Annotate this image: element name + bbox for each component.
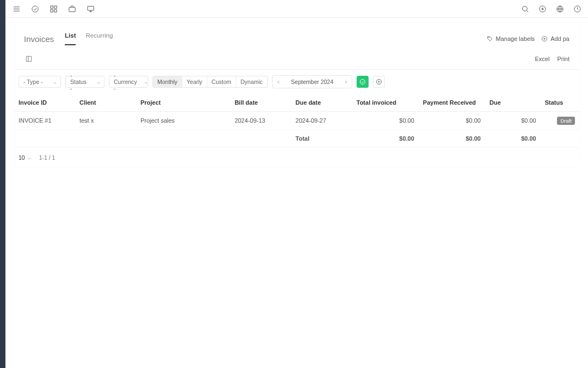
- page-title: Invoices: [24, 34, 54, 44]
- topbar-right: [520, 4, 581, 13]
- total-payment-received: $0.00: [419, 130, 485, 148]
- table-row[interactable]: INVOICE #1 test x Project sales 2024-09-…: [14, 112, 579, 130]
- svg-point-3: [32, 5, 38, 11]
- cell-client: test x: [75, 112, 136, 130]
- export-excel-button[interactable]: Excel: [535, 56, 549, 62]
- export-actions: Excel Print: [535, 56, 569, 62]
- columns-icon: [25, 55, 33, 63]
- col-due[interactable]: Due: [485, 94, 541, 112]
- cell-due-date: 2024-09-27: [291, 112, 352, 130]
- globe-icon[interactable]: [555, 4, 564, 13]
- svg-rect-6: [50, 9, 52, 11]
- table-total-row: Total $0.00 $0.00 $0.00: [14, 130, 579, 148]
- svg-line-13: [526, 10, 528, 12]
- col-due-date[interactable]: Due date: [291, 94, 352, 112]
- tag-icon: [487, 35, 493, 42]
- secondary-toolbar: Excel Print: [14, 49, 579, 70]
- chevron-down-icon: [144, 80, 148, 84]
- range-monthly[interactable]: Monthly: [153, 76, 182, 87]
- col-project[interactable]: Project: [136, 94, 230, 112]
- chevron-down-icon: [53, 80, 57, 84]
- svg-point-26: [360, 80, 365, 85]
- cell-total-invoiced: $0.00: [352, 112, 419, 130]
- total-label: Total: [291, 130, 352, 148]
- range-custom[interactable]: Custom: [207, 76, 236, 87]
- cell-payment-received: $0.00: [419, 112, 485, 130]
- period-prev-button[interactable]: [273, 76, 285, 88]
- menu-icon[interactable]: [12, 4, 21, 13]
- svg-point-20: [488, 37, 489, 38]
- page-size-select[interactable]: 10: [19, 154, 32, 161]
- filter-status[interactable]: - Status -: [65, 76, 105, 88]
- manage-labels-label: Manage labels: [496, 35, 535, 42]
- plus-circle-icon: [541, 35, 548, 42]
- total-invoiced: $0.00: [352, 130, 419, 148]
- period-next-button[interactable]: [340, 76, 352, 88]
- page-header: Invoices List Recurring Manage labels Ad…: [14, 25, 579, 45]
- chevron-left-icon: [276, 80, 281, 85]
- add-payment-label: Add pa: [550, 35, 569, 42]
- filter-type[interactable]: - Type -: [19, 76, 61, 88]
- col-client[interactable]: Client: [75, 94, 136, 112]
- filter-type-label: - Type -: [23, 79, 42, 85]
- grid-icon[interactable]: [49, 4, 58, 13]
- status-badge: Draft: [557, 117, 575, 125]
- manage-labels-button[interactable]: Manage labels: [487, 35, 535, 42]
- search-icon[interactable]: [520, 4, 529, 13]
- refresh-button[interactable]: [357, 76, 369, 88]
- tabs: List Recurring: [65, 32, 113, 45]
- col-total-invoiced[interactable]: Total invoiced: [352, 94, 419, 112]
- col-bill-date[interactable]: Bill date: [230, 94, 291, 112]
- panel: Invoices List Recurring Manage labels Ad…: [14, 25, 579, 167]
- filter-status-label: - Status -: [70, 72, 90, 92]
- export-print-button[interactable]: Print: [557, 56, 569, 62]
- svg-rect-24: [26, 56, 31, 61]
- table-header-row: Invoice ID Client Project Bill date Due …: [14, 94, 579, 112]
- svg-rect-8: [69, 7, 75, 11]
- pager: 10 1-1 / 1: [14, 148, 579, 167]
- add-circle-icon[interactable]: [538, 4, 547, 13]
- content: Invoices List Recurring Manage labels Ad…: [5, 25, 588, 167]
- filter-currency-label: - Currency -: [114, 72, 137, 92]
- filter-currency[interactable]: - Currency -: [109, 76, 148, 88]
- briefcase-icon[interactable]: [68, 4, 76, 13]
- history-icon[interactable]: [573, 4, 581, 13]
- svg-rect-4: [50, 5, 52, 8]
- main-area: Invoices List Recurring Manage labels Ad…: [5, 0, 588, 368]
- top-toolbar: [5, 0, 588, 18]
- page-size-value: 10: [19, 154, 25, 161]
- range-dynamic[interactable]: Dynamic: [236, 76, 267, 87]
- check-circle-icon[interactable]: [30, 4, 39, 13]
- monitor-icon[interactable]: [86, 4, 95, 13]
- sidebar-strip: [0, 0, 5, 368]
- tab-recurring[interactable]: Recurring: [85, 32, 113, 45]
- svg-rect-7: [54, 9, 56, 11]
- filters-row: - Type - - Status - - Currency - Monthly: [14, 70, 579, 94]
- invoices-table: Invoice ID Client Project Bill date Due …: [14, 94, 579, 148]
- chevron-down-icon: [27, 155, 32, 160]
- pager-range: 1-1 / 1: [39, 154, 56, 161]
- columns-toggle-button[interactable]: [24, 54, 34, 64]
- add-payment-button[interactable]: Add pa: [541, 35, 569, 42]
- header-actions: Manage labels Add pa: [487, 35, 569, 42]
- col-payment-received[interactable]: Payment Received: [419, 94, 485, 112]
- period-label[interactable]: September 2024: [285, 76, 340, 88]
- chevron-right-icon: [344, 80, 348, 85]
- total-due: $0.00: [485, 130, 541, 148]
- svg-rect-5: [54, 5, 56, 8]
- svg-point-12: [522, 6, 527, 11]
- tab-list[interactable]: List: [65, 32, 76, 45]
- topbar-left: [12, 4, 95, 13]
- period-selector: September 2024: [272, 75, 353, 88]
- reset-filters-button[interactable]: [373, 76, 385, 88]
- col-invoice-id[interactable]: Invoice ID: [14, 94, 75, 112]
- check-circle-icon: [359, 79, 366, 85]
- svg-rect-9: [87, 6, 93, 10]
- col-status[interactable]: Status: [541, 94, 579, 112]
- cell-bill-date: 2024-09-13: [230, 112, 291, 130]
- range-group: Monthly Yearly Custom Dynamic: [152, 76, 268, 88]
- range-yearly[interactable]: Yearly: [182, 76, 207, 87]
- close-circle-icon: [376, 79, 382, 85]
- cell-status: Draft: [541, 112, 579, 130]
- cell-invoice-id: INVOICE #1: [14, 112, 75, 130]
